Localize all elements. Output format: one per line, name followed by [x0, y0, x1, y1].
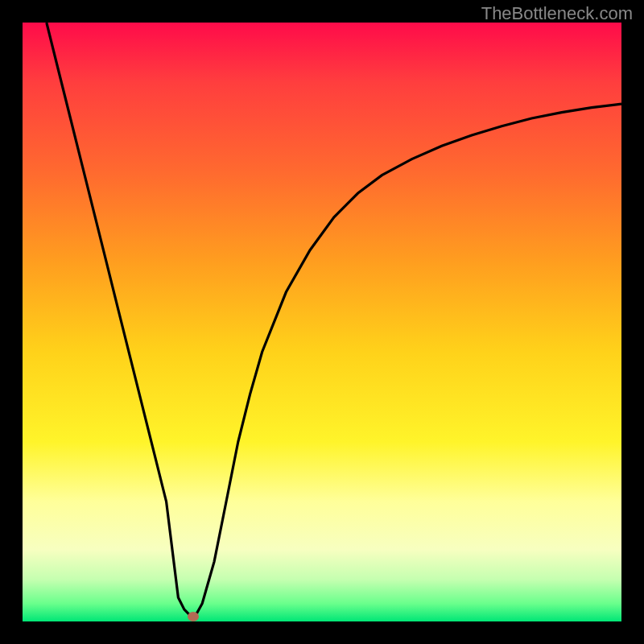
watermark-text: TheBottleneck.com	[481, 3, 633, 24]
chart-container: TheBottleneck.com	[0, 0, 644, 644]
plot-area	[23, 23, 621, 621]
curve-svg	[23, 23, 621, 621]
curve-path	[47, 23, 621, 616]
marker-dot	[188, 612, 199, 621]
